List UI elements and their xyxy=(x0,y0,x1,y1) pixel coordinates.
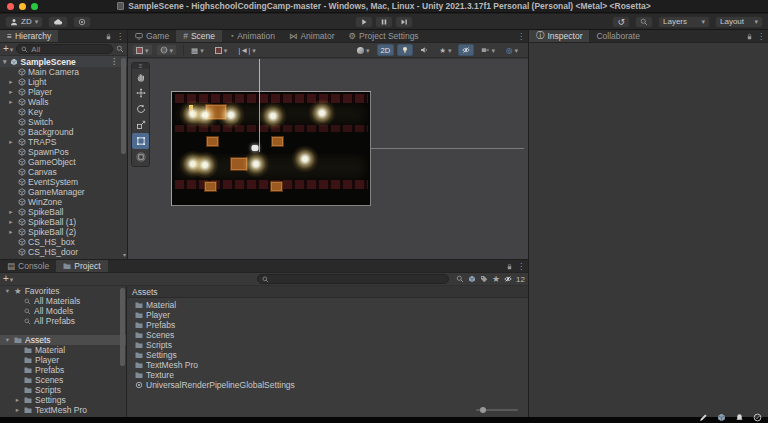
search-window-icon[interactable] xyxy=(116,45,124,53)
lock-icon[interactable] xyxy=(506,263,513,270)
hierarchy-item[interactable]: Main Camera xyxy=(0,67,127,77)
kebab-menu-icon[interactable]: ⋮ xyxy=(116,32,124,41)
expand-arrow-icon[interactable]: ▸ xyxy=(7,218,15,226)
asset-item[interactable]: UniversalRenderPipelineGlobalSettings xyxy=(127,380,528,390)
tab-console[interactable]: ▤ Console xyxy=(0,260,56,272)
rect-tool-selection[interactable] xyxy=(171,91,371,206)
hierarchy-item[interactable]: ▸Light xyxy=(0,77,127,87)
hierarchy-item[interactable]: ▸Player xyxy=(0,87,127,97)
thumbnail-size-slider[interactable] xyxy=(476,409,518,411)
saved-search-star-icon[interactable]: ★ xyxy=(492,274,500,284)
folder-tree-item[interactable]: Scenes xyxy=(0,375,126,385)
folder-tree-item[interactable]: Scripts xyxy=(0,385,126,395)
pen-status-icon[interactable] xyxy=(699,413,708,422)
scale-tool-button[interactable] xyxy=(132,117,149,133)
tab-collaborate[interactable]: Collaborate xyxy=(589,30,646,42)
project-search-field[interactable] xyxy=(257,274,449,284)
hierarchy-item[interactable]: ▸SpikeBall xyxy=(0,207,127,217)
folder-tree-item[interactable]: ▸Settings xyxy=(0,395,126,405)
asset-item[interactable]: Material xyxy=(127,300,528,310)
minimize-window-button[interactable] xyxy=(19,3,26,10)
layers-dropdown[interactable]: Layers ▾ xyxy=(658,16,710,28)
favorites-item[interactable]: All Prefabs xyxy=(0,316,126,326)
tab-hierarchy[interactable]: ≡ Hierarchy xyxy=(0,30,58,42)
draw-mode-dropdown[interactable]: ▾ xyxy=(132,44,153,56)
scroll-down-icon[interactable]: ▾ xyxy=(123,251,126,258)
bell-status-icon[interactable] xyxy=(735,413,744,422)
grid-visibility-dropdown[interactable]: ▦▾ xyxy=(187,44,208,56)
hierarchy-item[interactable]: ▸SpikeBall (1) xyxy=(0,217,127,227)
hierarchy-search-field[interactable]: All xyxy=(16,44,113,54)
hierarchy-item[interactable]: GameManager xyxy=(0,187,127,197)
expand-arrow-icon[interactable]: ▸ xyxy=(7,98,15,106)
tab-inspector[interactable]: ⓘ Inspector xyxy=(529,30,589,42)
favorites-item[interactable]: All Materials xyxy=(0,296,126,306)
project-search-input[interactable] xyxy=(272,275,444,284)
assets-root[interactable]: ▾Assets xyxy=(0,335,126,345)
grid-snapping-dropdown[interactable]: |◄|▾ xyxy=(234,44,260,56)
expand-arrow-icon[interactable]: ▸ xyxy=(7,228,15,236)
package-icon[interactable] xyxy=(468,275,476,283)
hierarchy-item[interactable]: WinZone xyxy=(0,197,127,207)
collapse-arrow-icon[interactable]: ▾ xyxy=(4,287,11,295)
account-dropdown[interactable]: ZD ▾ xyxy=(5,16,43,28)
hierarchy-item[interactable]: ▸Walls xyxy=(0,97,127,107)
lock-icon[interactable] xyxy=(105,33,112,40)
asset-item[interactable]: Texture xyxy=(127,370,528,380)
tab-animator[interactable]: ⋈ Animator xyxy=(282,30,342,42)
lock-icon[interactable] xyxy=(746,33,753,40)
render-doodad-dropdown[interactable]: ▾ xyxy=(353,44,374,56)
kebab-menu-icon[interactable]: ⋮ xyxy=(517,32,525,41)
hierarchy-item[interactable]: CS_HS_box xyxy=(0,237,127,247)
pause-button[interactable] xyxy=(375,16,393,28)
expand-arrow-icon[interactable]: ▸ xyxy=(14,406,21,414)
hierarchy-item[interactable]: SpawnPos xyxy=(0,147,127,157)
hierarchy-scene-row[interactable]: ▾ SampleScene ⋮ xyxy=(0,56,127,67)
move-tool-button[interactable] xyxy=(132,85,149,101)
breadcrumb[interactable]: Assets xyxy=(127,286,528,298)
expand-arrow-icon[interactable]: ▸ xyxy=(7,78,15,86)
progress-status-icon[interactable] xyxy=(753,413,762,422)
search-everything-button[interactable] xyxy=(635,16,653,28)
gizmos-dropdown[interactable]: ◎▾ xyxy=(502,44,522,56)
asset-item[interactable]: TextMesh Pro xyxy=(127,360,528,370)
create-object-button[interactable]: + ▾ xyxy=(3,44,13,54)
cloud-services-button[interactable] xyxy=(48,16,68,28)
folder-tree-item[interactable]: ▸TextMesh Pro xyxy=(0,405,126,415)
version-control-button[interactable] xyxy=(73,16,91,28)
folder-tree-item[interactable]: Material xyxy=(0,345,126,355)
asset-item[interactable]: Prefabs xyxy=(127,320,528,330)
scene-lighting-toggle[interactable] xyxy=(397,44,413,56)
step-button[interactable] xyxy=(395,16,413,28)
effects-dropdown[interactable]: ★▾ xyxy=(435,44,455,56)
hierarchy-item[interactable]: Switch xyxy=(0,117,127,127)
favorites-root[interactable]: ▾★Favorites xyxy=(0,286,126,296)
rect-tool-button[interactable] xyxy=(132,133,149,149)
hand-tool-button[interactable] xyxy=(132,69,149,85)
snap-increment-dropdown[interactable]: ▾ xyxy=(211,44,232,56)
package-status-icon[interactable] xyxy=(717,413,726,422)
kebab-menu-icon[interactable]: ⋮ xyxy=(517,262,525,271)
slider-knob[interactable] xyxy=(480,407,486,413)
tab-scene[interactable]: # Scene xyxy=(176,30,222,42)
hierarchy-item[interactable]: Background xyxy=(0,127,127,137)
tab-animation[interactable]: ◔ Animation xyxy=(222,30,282,42)
hierarchy-item[interactable]: EventSystem xyxy=(0,177,127,187)
undo-history-button[interactable]: ↺ xyxy=(612,16,630,28)
expand-arrow-icon[interactable]: ▸ xyxy=(7,208,15,216)
asset-item[interactable]: Player xyxy=(127,310,528,320)
folder-tree-item[interactable]: Prefabs xyxy=(0,365,126,375)
maximize-window-button[interactable] xyxy=(31,3,38,10)
kebab-menu-icon[interactable]: ⋮ xyxy=(110,57,118,66)
project-tree-scrollbar[interactable] xyxy=(120,286,125,417)
asset-item[interactable]: Settings xyxy=(127,350,528,360)
collapse-arrow-icon[interactable]: ▾ xyxy=(3,58,7,65)
label-tag-icon[interactable] xyxy=(480,275,488,283)
shading-mode-dropdown[interactable]: ▾ xyxy=(156,44,178,56)
hierarchy-item[interactable]: ▸SpikeBall (2) xyxy=(0,227,127,237)
asset-item[interactable]: Scenes xyxy=(127,330,528,340)
hierarchy-item[interactable]: GameObject xyxy=(0,157,127,167)
2d-mode-toggle[interactable]: 2D xyxy=(377,44,395,56)
close-window-button[interactable] xyxy=(7,3,14,10)
kebab-menu-icon[interactable]: ⋮ xyxy=(757,32,765,41)
